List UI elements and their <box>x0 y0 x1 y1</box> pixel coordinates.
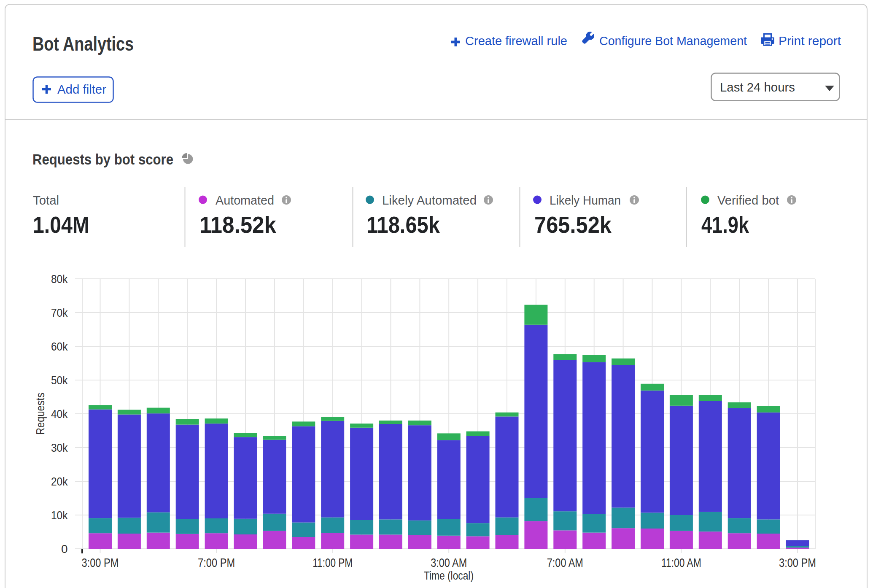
svg-text:11:00 AM: 11:00 AM <box>661 556 701 569</box>
svg-text:Configure Bot Management: Configure Bot Management <box>599 34 747 48</box>
svg-text:Automated: Automated <box>216 193 274 207</box>
svg-text:Likely Human: Likely Human <box>550 193 621 207</box>
svg-text:0: 0 <box>61 542 68 556</box>
svg-text:Requests by bot score: Requests by bot score <box>32 151 173 167</box>
svg-text:30k: 30k <box>51 441 68 454</box>
svg-text:Time (local): Time (local) <box>424 569 474 582</box>
svg-text:Create firewall rule: Create firewall rule <box>465 34 567 48</box>
svg-text:3:00 PM: 3:00 PM <box>779 556 816 569</box>
svg-text:10k: 10k <box>51 509 68 522</box>
svg-text:7:00 AM: 7:00 AM <box>547 556 583 569</box>
svg-text:Bot Analytics: Bot Analytics <box>32 32 134 55</box>
svg-text:40k: 40k <box>51 407 68 421</box>
svg-text:118.65k: 118.65k <box>366 211 440 238</box>
svg-text:20k: 20k <box>51 475 68 488</box>
svg-text:Last 24 hours: Last 24 hours <box>720 80 795 94</box>
svg-text:60k: 60k <box>51 340 68 353</box>
svg-text:765.52k: 765.52k <box>534 211 612 238</box>
svg-text:11:00 PM: 11:00 PM <box>313 556 353 569</box>
svg-text:Likely Automated: Likely Automated <box>382 193 477 207</box>
svg-text:3:00 PM: 3:00 PM <box>82 556 119 569</box>
svg-text:118.52k: 118.52k <box>199 211 277 238</box>
svg-text:7:00 PM: 7:00 PM <box>198 556 235 569</box>
svg-text:Add filter: Add filter <box>57 82 106 96</box>
svg-text:1.04M: 1.04M <box>33 211 89 238</box>
svg-text:Verified bot: Verified bot <box>717 193 779 207</box>
svg-text:Total: Total <box>33 193 59 207</box>
svg-text:3:00 AM: 3:00 AM <box>431 556 467 569</box>
svg-text:Requests: Requests <box>34 393 47 435</box>
svg-text:41.9k: 41.9k <box>701 211 749 238</box>
svg-text:50k: 50k <box>51 374 68 387</box>
svg-text:80k: 80k <box>51 272 68 286</box>
svg-text:Print report: Print report <box>779 34 841 48</box>
svg-text:70k: 70k <box>51 306 68 319</box>
